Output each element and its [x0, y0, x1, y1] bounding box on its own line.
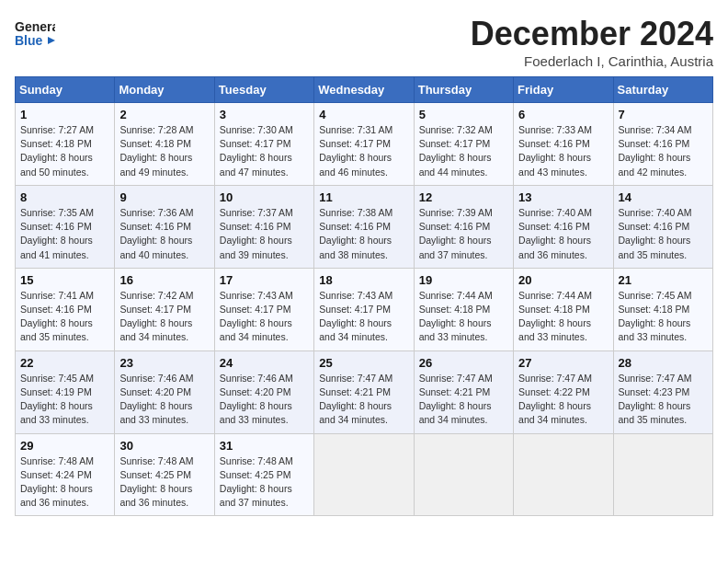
day-number: 14 [619, 190, 708, 204]
day-info: Sunrise: 7:41 AMSunset: 4:16 PMDaylight:… [20, 289, 109, 345]
day-info: Sunrise: 7:42 AMSunset: 4:17 PMDaylight:… [119, 289, 209, 345]
calendar-cell: 19Sunrise: 7:44 AMSunset: 4:18 PMDayligh… [414, 268, 513, 350]
page-header: General Blue December 2024 Foederlach I,… [15, 15, 713, 69]
calendar-cell: 4Sunrise: 7:31 AMSunset: 4:17 PMDaylight… [314, 103, 414, 186]
day-info: Sunrise: 7:35 AMSunset: 4:16 PMDaylight:… [20, 206, 109, 262]
calendar-cell: 30Sunrise: 7:48 AMSunset: 4:25 PMDayligh… [115, 433, 214, 516]
calendar-body: 1Sunrise: 7:27 AMSunset: 4:18 PMDaylight… [16, 103, 713, 516]
day-number: 11 [319, 190, 408, 204]
day-info: Sunrise: 7:44 AMSunset: 4:18 PMDaylight:… [518, 289, 608, 345]
day-info: Sunrise: 7:43 AMSunset: 4:17 PMDaylight:… [319, 289, 408, 345]
calendar-week-2: 8Sunrise: 7:35 AMSunset: 4:16 PMDaylight… [16, 185, 713, 268]
title-block: December 2024 Foederlach I, Carinthia, A… [471, 15, 713, 69]
day-number: 27 [518, 356, 608, 370]
day-info: Sunrise: 7:31 AMSunset: 4:17 PMDaylight:… [319, 123, 408, 179]
calendar-week-1: 1Sunrise: 7:27 AMSunset: 4:18 PMDaylight… [16, 103, 713, 186]
day-number: 20 [518, 273, 608, 287]
calendar-cell: 22Sunrise: 7:45 AMSunset: 4:19 PMDayligh… [16, 350, 115, 433]
day-info: Sunrise: 7:46 AMSunset: 4:20 PMDaylight:… [220, 372, 309, 428]
day-number: 9 [119, 190, 209, 204]
calendar-cell [613, 433, 712, 516]
weekday-header-sunday: Sunday [16, 77, 115, 103]
calendar-cell: 1Sunrise: 7:27 AMSunset: 4:18 PMDaylight… [16, 103, 115, 186]
day-info: Sunrise: 7:43 AMSunset: 4:17 PMDaylight:… [220, 289, 309, 345]
logo: General Blue [15, 15, 55, 50]
month-title: December 2024 [471, 15, 713, 53]
day-number: 4 [319, 108, 408, 121]
day-number: 13 [518, 190, 608, 204]
weekday-header-friday: Friday [514, 77, 613, 103]
calendar-cell: 2Sunrise: 7:28 AMSunset: 4:18 PMDaylight… [115, 103, 214, 186]
weekday-header-saturday: Saturday [613, 77, 712, 103]
day-number: 5 [419, 108, 508, 121]
calendar-cell: 27Sunrise: 7:47 AMSunset: 4:22 PMDayligh… [514, 350, 613, 433]
calendar-cell [514, 433, 613, 516]
calendar-cell: 31Sunrise: 7:48 AMSunset: 4:25 PMDayligh… [214, 433, 313, 516]
day-info: Sunrise: 7:40 AMSunset: 4:16 PMDaylight:… [619, 206, 708, 262]
day-number: 28 [619, 356, 708, 370]
calendar-cell: 20Sunrise: 7:44 AMSunset: 4:18 PMDayligh… [514, 268, 613, 350]
day-info: Sunrise: 7:39 AMSunset: 4:16 PMDaylight:… [419, 206, 508, 262]
svg-text:General: General [15, 19, 55, 34]
day-info: Sunrise: 7:32 AMSunset: 4:17 PMDaylight:… [419, 123, 508, 179]
calendar-week-4: 22Sunrise: 7:45 AMSunset: 4:19 PMDayligh… [16, 350, 713, 433]
day-number: 15 [20, 273, 109, 287]
day-number: 24 [220, 356, 309, 370]
day-info: Sunrise: 7:48 AMSunset: 4:24 PMDaylight:… [20, 454, 109, 511]
calendar-cell: 6Sunrise: 7:33 AMSunset: 4:16 PMDaylight… [514, 103, 613, 186]
day-info: Sunrise: 7:47 AMSunset: 4:22 PMDaylight:… [518, 372, 608, 428]
calendar-cell: 17Sunrise: 7:43 AMSunset: 4:17 PMDayligh… [214, 268, 313, 350]
day-info: Sunrise: 7:46 AMSunset: 4:20 PMDaylight:… [119, 372, 209, 428]
day-info: Sunrise: 7:45 AMSunset: 4:18 PMDaylight:… [619, 289, 708, 345]
calendar-header-row: SundayMondayTuesdayWednesdayThursdayFrid… [16, 77, 713, 103]
day-number: 30 [119, 439, 209, 453]
calendar-cell: 3Sunrise: 7:30 AMSunset: 4:17 PMDaylight… [214, 103, 313, 186]
day-number: 16 [119, 273, 209, 287]
day-number: 2 [119, 108, 209, 121]
day-info: Sunrise: 7:27 AMSunset: 4:18 PMDaylight:… [20, 123, 109, 179]
calendar-week-3: 15Sunrise: 7:41 AMSunset: 4:16 PMDayligh… [16, 268, 713, 350]
day-number: 7 [619, 108, 708, 121]
day-info: Sunrise: 7:47 AMSunset: 4:23 PMDaylight:… [619, 372, 708, 428]
day-info: Sunrise: 7:47 AMSunset: 4:21 PMDaylight:… [319, 372, 408, 428]
day-number: 1 [20, 108, 109, 121]
calendar-cell: 23Sunrise: 7:46 AMSunset: 4:20 PMDayligh… [115, 350, 214, 433]
logo-icon: General Blue [15, 15, 55, 50]
calendar-cell: 8Sunrise: 7:35 AMSunset: 4:16 PMDaylight… [16, 185, 115, 268]
calendar-cell: 15Sunrise: 7:41 AMSunset: 4:16 PMDayligh… [16, 268, 115, 350]
calendar-cell: 11Sunrise: 7:38 AMSunset: 4:16 PMDayligh… [314, 185, 414, 268]
day-number: 29 [20, 439, 109, 453]
calendar-cell: 7Sunrise: 7:34 AMSunset: 4:16 PMDaylight… [613, 103, 712, 186]
calendar-cell: 21Sunrise: 7:45 AMSunset: 4:18 PMDayligh… [613, 268, 712, 350]
calendar-cell: 28Sunrise: 7:47 AMSunset: 4:23 PMDayligh… [613, 350, 712, 433]
day-info: Sunrise: 7:40 AMSunset: 4:16 PMDaylight:… [518, 206, 608, 262]
day-info: Sunrise: 7:33 AMSunset: 4:16 PMDaylight:… [518, 123, 608, 179]
day-number: 21 [619, 273, 708, 287]
day-info: Sunrise: 7:34 AMSunset: 4:16 PMDaylight:… [619, 123, 708, 179]
calendar-cell [314, 433, 414, 516]
calendar-cell: 26Sunrise: 7:47 AMSunset: 4:21 PMDayligh… [414, 350, 513, 433]
calendar-week-5: 29Sunrise: 7:48 AMSunset: 4:24 PMDayligh… [16, 433, 713, 516]
day-info: Sunrise: 7:30 AMSunset: 4:17 PMDaylight:… [220, 123, 309, 179]
day-info: Sunrise: 7:38 AMSunset: 4:16 PMDaylight:… [319, 206, 408, 262]
calendar-cell: 18Sunrise: 7:43 AMSunset: 4:17 PMDayligh… [314, 268, 414, 350]
day-number: 26 [419, 356, 508, 370]
calendar-table: SundayMondayTuesdayWednesdayThursdayFrid… [15, 76, 713, 516]
day-number: 17 [220, 273, 309, 287]
day-number: 25 [319, 356, 408, 370]
calendar-cell: 24Sunrise: 7:46 AMSunset: 4:20 PMDayligh… [214, 350, 313, 433]
day-number: 10 [220, 190, 309, 204]
calendar-cell: 5Sunrise: 7:32 AMSunset: 4:17 PMDaylight… [414, 103, 513, 186]
day-number: 31 [220, 439, 309, 453]
weekday-header-wednesday: Wednesday [314, 77, 414, 103]
calendar-cell: 29Sunrise: 7:48 AMSunset: 4:24 PMDayligh… [16, 433, 115, 516]
day-info: Sunrise: 7:48 AMSunset: 4:25 PMDaylight:… [119, 454, 209, 511]
day-number: 8 [20, 190, 109, 204]
calendar-cell: 16Sunrise: 7:42 AMSunset: 4:17 PMDayligh… [115, 268, 214, 350]
weekday-header-tuesday: Tuesday [214, 77, 313, 103]
day-info: Sunrise: 7:28 AMSunset: 4:18 PMDaylight:… [119, 123, 209, 179]
location-title: Foederlach I, Carinthia, Austria [471, 53, 713, 69]
day-number: 23 [119, 356, 209, 370]
day-info: Sunrise: 7:45 AMSunset: 4:19 PMDaylight:… [20, 372, 109, 428]
day-info: Sunrise: 7:37 AMSunset: 4:16 PMDaylight:… [220, 206, 309, 262]
